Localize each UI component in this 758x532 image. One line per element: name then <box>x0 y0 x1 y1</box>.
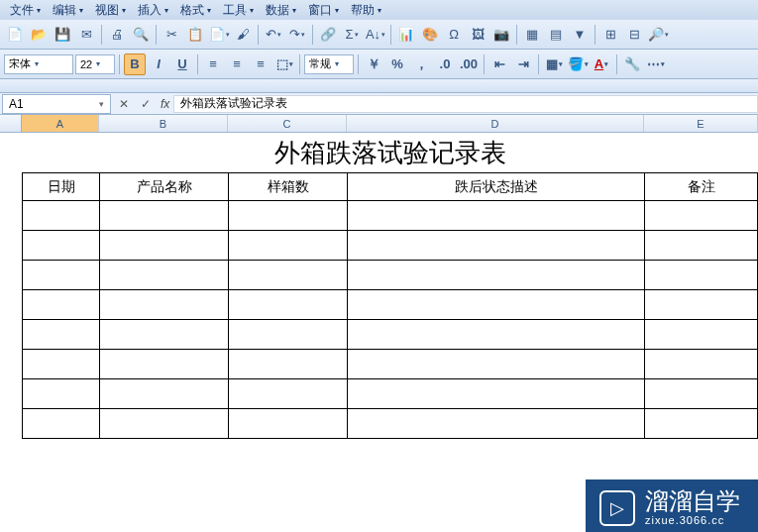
formula-input[interactable]: 外箱跌落试验记录表 <box>173 95 758 113</box>
autosum-icon[interactable]: Σ <box>341 24 363 46</box>
symbol-icon[interactable]: Ω <box>443 24 465 46</box>
menu-bar: 文件 编辑 视图 插入 格式 工具 数据 窗口 帮助 <box>0 0 758 20</box>
table-row <box>23 261 758 290</box>
open-icon[interactable]: 📂 <box>28 24 50 46</box>
watermark: 溜溜自学 zixue.3066.cc <box>586 479 758 532</box>
bold-button[interactable]: B <box>124 53 146 75</box>
sort-asc-icon[interactable]: A↓ <box>365 24 386 46</box>
cut-icon[interactable]: ✂ <box>161 24 182 46</box>
menu-edit[interactable]: 编辑 <box>47 0 89 21</box>
new-icon[interactable]: 📄 <box>4 24 26 46</box>
toolbar-spacer <box>0 79 758 93</box>
table-header-row: 日期 产品名称 样箱数 跌后状态描述 备注 <box>23 173 758 201</box>
col-header-b[interactable]: B <box>99 115 228 132</box>
merge-icon[interactable]: ⬚ <box>273 53 295 75</box>
filter-icon[interactable]: ▼ <box>569 24 591 46</box>
borders-icon[interactable]: ▦ <box>543 53 565 75</box>
align-center-icon[interactable]: ≡ <box>226 53 248 75</box>
align-left-icon[interactable]: ≡ <box>202 53 224 75</box>
col-header-e[interactable]: E <box>644 115 758 132</box>
chart-icon[interactable]: 📊 <box>395 24 417 46</box>
column-headers: A B C D E <box>0 115 758 133</box>
watermark-brand: 溜溜自学 <box>645 489 740 513</box>
table-row <box>23 409 758 439</box>
cancel-icon[interactable]: ✕ <box>113 95 135 113</box>
undo-icon[interactable]: ↶ <box>263 24 284 46</box>
underline-button[interactable]: U <box>171 53 193 75</box>
select-all-corner[interactable] <box>0 115 22 132</box>
menu-data[interactable]: 数据 <box>260 0 302 21</box>
table-row <box>23 201 758 231</box>
table-icon[interactable]: ▦ <box>521 24 543 46</box>
col-header-a[interactable]: A <box>22 115 99 132</box>
menu-view[interactable]: 视图 <box>89 0 132 21</box>
table-row <box>23 350 758 379</box>
th-remark: 备注 <box>645 173 758 201</box>
percent-icon[interactable]: % <box>386 53 408 75</box>
mail-icon[interactable]: ✉ <box>75 24 97 46</box>
font-color-icon[interactable]: A <box>591 53 612 75</box>
picture-icon[interactable]: 🖼 <box>467 24 488 46</box>
more-icon[interactable]: ⋯ <box>645 53 667 75</box>
comma-icon[interactable]: ， <box>410 53 432 75</box>
data-table[interactable]: 日期 产品名称 样箱数 跌后状态描述 备注 <box>22 172 758 439</box>
hyperlink-icon[interactable]: 🔗 <box>317 24 339 46</box>
camera-icon[interactable]: 📷 <box>490 24 512 46</box>
save-icon[interactable]: 💾 <box>52 24 73 46</box>
copy-icon[interactable]: 📋 <box>184 24 206 46</box>
paste-icon[interactable]: 📄 <box>208 24 230 46</box>
table-row <box>23 320 758 350</box>
group-icon[interactable]: ⊞ <box>599 24 621 46</box>
th-product: 产品名称 <box>100 173 229 201</box>
decrease-decimal-icon[interactable]: .00 <box>458 53 480 75</box>
format-painter-icon[interactable]: 🖌 <box>232 24 254 46</box>
formula-bar: A1 ✕ ✓ fx 外箱跌落试验记录表 <box>0 93 758 115</box>
fill-color-icon[interactable]: 🪣 <box>567 53 589 75</box>
size-combo[interactable]: 22 <box>75 54 115 74</box>
col-header-c[interactable]: C <box>228 115 347 132</box>
research-icon[interactable]: 🔧 <box>621 53 643 75</box>
currency-icon[interactable]: ￥ <box>363 53 384 75</box>
play-icon <box>599 490 635 526</box>
fx-icon[interactable]: fx <box>157 97 173 111</box>
font-combo[interactable]: 宋体 <box>4 54 73 74</box>
name-box[interactable]: A1 <box>2 94 111 114</box>
watermark-url: zixue.3066.cc <box>645 515 740 526</box>
italic-button[interactable]: I <box>148 53 169 75</box>
menu-tools[interactable]: 工具 <box>217 0 260 21</box>
table-row <box>23 290 758 320</box>
format-toolbar: 宋体 22 B I U ≡ ≡ ≡ ⬚ 常规 ￥ % ， .0 .00 ⇤ ⇥ … <box>0 50 758 79</box>
menu-file[interactable]: 文件 <box>4 0 47 21</box>
enter-icon[interactable]: ✓ <box>135 95 157 113</box>
redo-icon[interactable]: ↷ <box>286 24 308 46</box>
number-format-combo[interactable]: 常规 <box>304 54 354 74</box>
sheet-title[interactable]: 外箱跌落试验记录表 <box>22 133 758 172</box>
increase-decimal-icon[interactable]: .0 <box>434 53 456 75</box>
zoom-icon[interactable]: 🔎 <box>647 24 669 46</box>
menu-insert[interactable]: 插入 <box>132 0 174 21</box>
table-row <box>23 379 758 409</box>
th-state: 跌后状态描述 <box>348 173 645 201</box>
drawing-icon[interactable]: 🎨 <box>419 24 441 46</box>
spreadsheet-grid: A B C D E 外箱跌落试验记录表 日期 产品名称 样箱数 跌后状态描述 备… <box>0 115 758 439</box>
menu-help[interactable]: 帮助 <box>345 0 387 21</box>
sheet-area[interactable]: 外箱跌落试验记录表 日期 产品名称 样箱数 跌后状态描述 备注 <box>0 133 758 439</box>
menu-format[interactable]: 格式 <box>174 0 217 21</box>
increase-indent-icon[interactable]: ⇥ <box>512 53 534 75</box>
decrease-indent-icon[interactable]: ⇤ <box>488 53 510 75</box>
th-boxcount: 样箱数 <box>229 173 348 201</box>
print-icon[interactable]: 🖨 <box>106 24 128 46</box>
table-row <box>23 231 758 261</box>
th-date: 日期 <box>23 173 100 201</box>
col-header-d[interactable]: D <box>347 115 644 132</box>
align-right-icon[interactable]: ≡ <box>250 53 271 75</box>
standard-toolbar: 📄 📂 💾 ✉ 🖨 🔍 ✂ 📋 📄 🖌 ↶ ↷ 🔗 Σ A↓ 📊 🎨 Ω 🖼 📷… <box>0 20 758 50</box>
pivot-icon[interactable]: ▤ <box>545 24 567 46</box>
preview-icon[interactable]: 🔍 <box>130 24 152 46</box>
ungroup-icon[interactable]: ⊟ <box>623 24 645 46</box>
menu-window[interactable]: 窗口 <box>302 0 345 21</box>
